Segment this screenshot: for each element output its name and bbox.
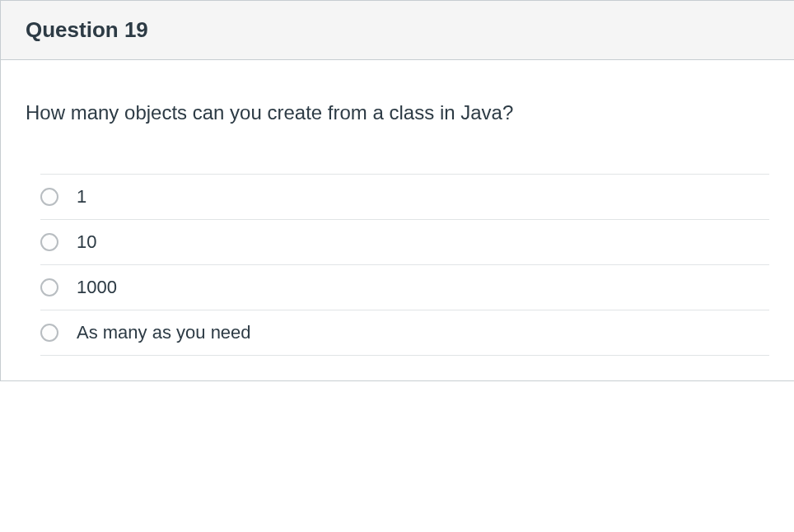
option-row[interactable]: As many as you need bbox=[40, 310, 769, 356]
options-list: 1 10 1000 As many as you need bbox=[40, 174, 769, 356]
radio-icon[interactable] bbox=[40, 233, 58, 251]
question-title: Question 19 bbox=[26, 17, 769, 43]
radio-icon[interactable] bbox=[40, 278, 58, 296]
option-row[interactable]: 10 bbox=[40, 219, 769, 264]
option-row[interactable]: 1 bbox=[40, 174, 769, 219]
question-header: Question 19 bbox=[1, 1, 794, 60]
option-label[interactable]: 10 bbox=[77, 231, 96, 253]
question-body: How many objects can you create from a c… bbox=[1, 60, 794, 380]
option-label[interactable]: 1000 bbox=[77, 277, 117, 298]
option-row[interactable]: 1000 bbox=[40, 264, 769, 310]
question-card: Question 19 How many objects can you cre… bbox=[0, 0, 794, 381]
option-label[interactable]: 1 bbox=[77, 186, 86, 208]
radio-icon[interactable] bbox=[40, 188, 58, 206]
question-prompt: How many objects can you create from a c… bbox=[26, 101, 769, 124]
radio-icon[interactable] bbox=[40, 324, 58, 342]
option-label[interactable]: As many as you need bbox=[77, 322, 251, 343]
